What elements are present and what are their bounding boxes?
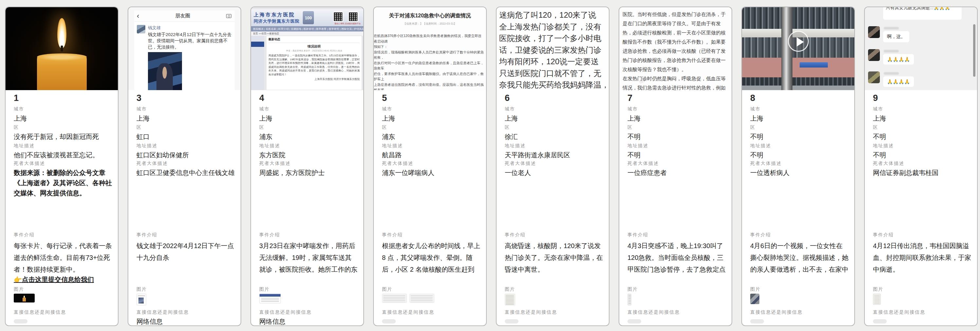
empty-value-pill	[14, 319, 27, 323]
field-label-image: 图片	[873, 286, 883, 292]
card-number: 1	[14, 93, 19, 103]
field-label-direct-info: 直接信息还是间接信息	[137, 309, 189, 315]
text-line: 迷病危了叫120，120来了说	[499, 9, 606, 21]
card-cover-image	[6, 7, 118, 90]
image-thumbnails	[750, 294, 759, 307]
record-card[interactable]: 只有其女儿眼见其病逝...🙏🙏🙏啊，这。🙏🙏🙏🙏🙏🙏🙏🙏 9 城市 上海 区 不…	[864, 6, 978, 326]
scrollbar	[973, 24, 975, 77]
field-label-event: 事件介绍	[259, 232, 280, 238]
statement-body: 在航昌路376弄小区120急救医生未向求救患者施救的情况，我委立即连夜启动调报如…	[374, 33, 486, 90]
field-label-address: 地址描述	[382, 143, 403, 149]
field-label-image: 图片	[750, 286, 761, 292]
card-cover-image: 医院。当时有些低烧，但是发热门诊在消杀，于是在门口的黑夜里等待了很久。可是由于有…	[619, 7, 732, 90]
statement-line: 报如下：	[374, 44, 485, 50]
record-card[interactable]: 关于对浦东120急救中心的调查情况【信息来源：】【信息时间：2022-03-31…	[373, 6, 487, 326]
image-thumbnail	[137, 294, 146, 305]
field-value-deceased: 一位癌症患者	[627, 168, 725, 178]
field-label-event: 事件介绍	[873, 232, 894, 238]
record-card[interactable]: 上海市东方医院同济大学附属东方医院100微信二维码患者移动服务平台医院概况 | …	[250, 6, 364, 326]
field-value-address: 虹口区妇幼保健所	[137, 150, 235, 160]
field-value-address: 不明	[627, 150, 725, 160]
qr-code	[333, 12, 343, 22]
card-number: 7	[627, 93, 632, 103]
chat-message: 啊，这。	[883, 26, 909, 42]
field-label-event: 事件介绍	[137, 232, 158, 238]
empty-value-pill	[627, 319, 641, 323]
chat-message: 🙏🙏🙏🙏	[883, 49, 914, 64]
blurred-name	[884, 27, 899, 29]
image-thumbnails	[259, 294, 281, 307]
chat-message: 🙏🙏🙏🙏	[883, 72, 914, 87]
field-value-district: 浦东	[382, 132, 480, 142]
card-cover-image: ‹朋友圈钱文雄钱文雄于2022年4月12日下午一点十九分去世。疫情期间一切从简。…	[128, 7, 240, 90]
empty-value-pill	[505, 319, 519, 323]
article-meta: 作者：系统管理员 发表于：2022/3/25 2:46:41 有253人阅读	[269, 50, 360, 53]
field-label-address: 地址描述	[137, 143, 158, 149]
field-value-city: 上海	[137, 114, 235, 123]
chat-bubble: 🙏🙏🙏🙏	[883, 54, 914, 64]
wechat-chat-screenshot: 只有其女儿眼见其病逝...🙏🙏🙏啊，这。🙏🙏🙏🙏🙏🙏🙏🙏	[865, 7, 977, 90]
image-thumbnails	[382, 294, 434, 307]
record-card[interactable]: 8 城市 上海 区 不明 地址描述 不明 死者大体描述 一位透析病人 事件介绍 …	[741, 6, 855, 326]
field-value-district: 不明	[750, 132, 848, 142]
card-cover-image: 关于对浦东120急救中心的调查情况【信息来源：】【信息时间：2022-03-31…	[374, 7, 486, 90]
field-label-district: 区	[750, 125, 756, 130]
field-value-city: 上海	[382, 114, 480, 123]
record-card[interactable]: ‹朋友圈钱文雄钱文雄于2022年4月12日下午一点十九分去世。疫情期间一切从简。…	[128, 6, 241, 326]
chat-message-row: 啊，这。	[868, 26, 909, 42]
image-thumbnail	[873, 294, 881, 305]
field-value-deceased: 网信证券副总裁韦桂国	[873, 168, 971, 178]
field-value-district: 徐汇	[505, 132, 603, 142]
candle-photo	[6, 7, 118, 90]
video-thumbnail	[742, 7, 854, 90]
field-label-image: 图片	[627, 286, 638, 292]
field-value-address: 航昌路	[382, 150, 480, 160]
back-chevron-icon: ‹	[137, 13, 139, 20]
text-line: 热，必须进行核酸检测，前一天在小区里做的核	[622, 28, 729, 37]
hospital-name: 上海市东方医院	[254, 12, 295, 18]
blue-awning	[800, 62, 828, 67]
field-label-deceased: 死者大体描述	[14, 161, 45, 166]
field-label-deceased: 死者大体描述	[750, 161, 782, 166]
field-value-event: 高烧昏迷，核酸阴，120来了说发热门诊关了。无奈在家中降温，在昏迷中离世。	[505, 240, 603, 275]
text-line: 话，卫健委说的三家发热门诊	[499, 44, 606, 56]
field-value-direct-info: 网络信息	[137, 317, 235, 326]
submit-info-link[interactable]: 👉点击这里提交信息给我们	[14, 275, 94, 284]
website-nav: 医院概况 | 名医名家 | 科室介绍 | 党建园地 | 医政管理 | 医学教育 …	[251, 26, 363, 32]
field-label-direct-info: 直接信息还是间接信息	[750, 309, 803, 315]
field-value-city: 上海	[627, 114, 725, 123]
article-signature: 上海市东方医院 同济大学附属东方医院	[269, 77, 360, 81]
field-value-address: 他们不应该被漠视甚至忘记。	[14, 150, 112, 160]
field-label-district: 区	[873, 125, 878, 130]
empty-value-pill	[750, 319, 764, 323]
official-statement-screenshot: 关于对浦东120急救中心的调查情况【信息来源：】【信息时间：2022-03-31…	[374, 7, 486, 90]
field-label-district: 区	[137, 125, 142, 130]
card-cover-image: 迷病危了叫120，120来了说全上海发热门诊都关了，没有医院接收，打了一个多小时…	[496, 7, 609, 90]
field-label-direct-info: 直接信息还是间接信息	[873, 309, 925, 315]
card-number: 3	[137, 93, 142, 103]
card-number: 4	[259, 93, 264, 103]
avatar	[868, 49, 880, 61]
field-value-event: 4月3日突感不适，晚上19:30叫了120急救。当时面临全员核酸，三甲医院门急诊…	[627, 240, 725, 277]
qr-code	[348, 12, 358, 22]
text-line: 医院。当时有些低烧，但是发热门诊在消杀，于	[622, 10, 729, 19]
field-label-direct-info: 直接信息还是间接信息	[259, 309, 312, 315]
field-label-event: 事件介绍	[382, 232, 403, 238]
field-label-city: 城市	[259, 106, 270, 112]
field-label-city: 城市	[750, 106, 761, 112]
text-line: 只送到医院门口就不管了，无	[499, 67, 606, 79]
field-label-event: 事件介绍	[750, 232, 771, 238]
field-value-deceased: 数据来源：被删除的公众号文章《上海逝者》及其评论区、各种社交媒体、网友提供信息。	[14, 168, 112, 198]
wechat-moments-screenshot: ‹朋友圈钱文雄钱文雄于2022年4月12日下午一点十九分去世。疫情期间一切从简。…	[128, 7, 240, 90]
record-card[interactable]: 医院。当时有些低烧，但是发热门诊在消杀，于是在门口的黑夜里等待了很久。可是由于有…	[619, 6, 732, 326]
record-card[interactable]: 1 城市 上海 区 没有死于新冠，却因新冠而死 地址描述 他们不应该被漠视甚至忘…	[5, 6, 118, 326]
image-thumbnail	[14, 294, 35, 302]
field-value-district: 浦东	[259, 132, 358, 142]
text-line: 全上海发热门诊都关了，没有	[499, 21, 606, 33]
field-value-event: 4月6日的一个视频，一位女性在撕心裂肺地哭泣。据视频描述，她的亲人要做透析，出不…	[750, 240, 848, 277]
field-label-city: 城市	[382, 106, 393, 112]
card-number: 5	[382, 93, 387, 103]
record-card[interactable]: 迷病危了叫120，120来了说全上海发热门诊都关了，没有医院接收，打了一个多小时…	[496, 6, 609, 326]
candle-flame	[57, 18, 67, 48]
field-label-image: 图片	[505, 286, 515, 292]
